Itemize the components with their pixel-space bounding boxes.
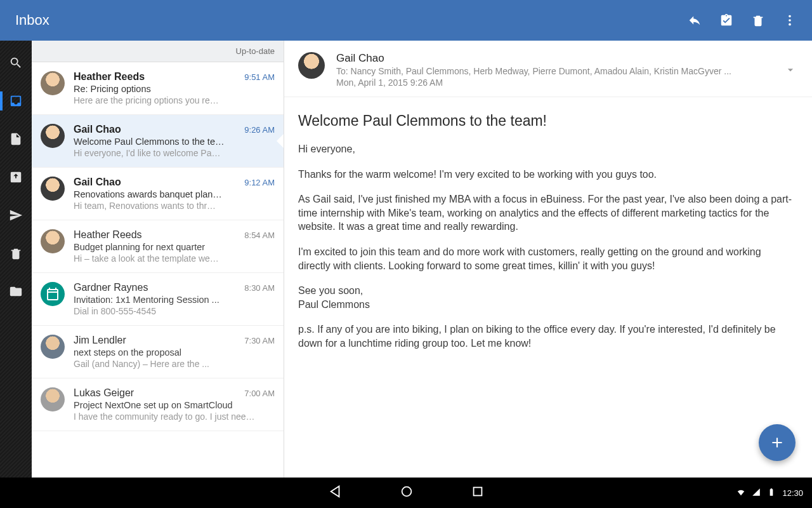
message-row[interactable]: Gail Chao9:12 AMRenovations awards banqu…	[32, 168, 284, 220]
rail-sent[interactable]	[0, 206, 32, 225]
message-header: Gail Chao To: Nancy Smith, Paul Clemmons…	[284, 41, 812, 97]
nav-back-icon[interactable]	[329, 485, 343, 501]
message-preview: Gail (and Nancy) – Here are the ...	[74, 359, 275, 369]
body-paragraph: I'm excited to join this team and do mor…	[298, 245, 794, 272]
message-sender: Lukas Geiger	[74, 387, 239, 399]
body-paragraph: As Gail said, I've just finished my MBA …	[298, 192, 794, 234]
reading-pane: Gail Chao To: Nancy Smith, Paul Clemmons…	[284, 41, 812, 478]
rail-folders[interactable]	[0, 282, 32, 301]
message-preview: Hi team, Renovations wants to thr…	[74, 201, 275, 211]
message-subject: Invitation: 1x1 Mentoring Session ...	[74, 295, 275, 305]
avatar	[41, 124, 65, 148]
message-subject: Project NextOne set up on SmartCloud	[74, 400, 275, 410]
message-sender: Gail Chao	[74, 177, 239, 188]
svg-point-2	[789, 23, 791, 26]
message-list[interactable]: Heather Reeds9:51 AMRe: Pricing optionsH…	[32, 62, 284, 478]
message-preview: I have the community ready to go. I just…	[74, 411, 275, 422]
reply-icon[interactable]	[688, 13, 702, 27]
message-sender: Heather Reeds	[74, 71, 239, 83]
app-bar: Inbox	[0, 0, 812, 41]
message-time: 9:26 AM	[244, 125, 275, 135]
sync-status: Up-to-date	[32, 41, 284, 62]
message-sender: Heather Reeds	[74, 229, 239, 241]
nav-home-icon[interactable]	[400, 485, 414, 501]
rail-drafts[interactable]	[0, 130, 32, 149]
expand-header-icon[interactable]	[783, 64, 798, 76]
wifi-icon	[737, 488, 745, 498]
message-subject: Welcome Paul Clemmons to the te…	[74, 137, 275, 147]
message-subject: Welcome Paul Clemmons to the team!	[298, 111, 794, 131]
avatar	[41, 387, 65, 411]
message-time: 8:54 AM	[244, 231, 275, 240]
avatar	[41, 335, 65, 359]
message-row[interactable]: Gail Chao9:26 AMWelcome Paul Clemmons to…	[32, 115, 284, 168]
message-date: Mon, April 1, 2015 9:26 AM	[336, 77, 742, 88]
delete-icon[interactable]	[751, 13, 765, 27]
message-time: 9:12 AM	[244, 178, 275, 187]
page-title: Inbox	[10, 12, 688, 29]
message-list-pane: Up-to-date Heather Reeds9:51 AMRe: Prici…	[32, 41, 284, 478]
appbar-actions	[688, 13, 802, 27]
rail-search[interactable]	[0, 53, 32, 72]
message-time: 7:00 AM	[244, 389, 275, 398]
message-body: Welcome Paul Clemmons to the team! Hi ev…	[284, 97, 812, 376]
message-subject: next steps on the proposal	[74, 347, 275, 358]
message-row[interactable]: Jim Lendler7:30 AMnext steps on the prop…	[32, 326, 284, 378]
message-subject: Re: Pricing options	[74, 84, 275, 94]
tasks-icon[interactable]	[719, 13, 733, 27]
battery-icon	[767, 488, 776, 498]
avatar	[41, 177, 65, 201]
message-row[interactable]: Gardner Raynes8:30 AMInvitation: 1x1 Men…	[32, 273, 284, 326]
message-row[interactable]: Lukas Geiger7:00 AMProject NextOne set u…	[32, 378, 284, 431]
message-preview: Dial in 800-555-4545	[74, 306, 275, 316]
rail-trash[interactable]	[0, 244, 32, 263]
clock-text: 12:30	[782, 488, 803, 498]
message-row[interactable]: Heather Reeds8:54 AMBudget planning for …	[32, 220, 284, 273]
body-paragraph: p.s. If any of you are into biking, I pl…	[298, 323, 794, 350]
sender-avatar	[298, 52, 325, 79]
compose-fab[interactable]	[759, 424, 796, 461]
svg-point-1	[789, 19, 791, 22]
svg-point-3	[402, 487, 411, 497]
nav-recent-icon[interactable]	[471, 485, 485, 501]
message-row[interactable]: Heather Reeds9:51 AMRe: Pricing optionsH…	[32, 62, 284, 115]
message-preview: Hi everyone, I'd like to welcome Pa…	[74, 148, 275, 158]
message-sender: Gail Chao	[74, 124, 239, 135]
body-paragraph: Hi everyone,	[298, 142, 794, 156]
message-subject: Budget planning for next quarter	[74, 242, 275, 252]
overflow-icon[interactable]	[783, 13, 797, 27]
message-from: Gail Chao	[336, 52, 783, 65]
system-navbar: 12:30	[0, 478, 812, 508]
message-time: 9:51 AM	[244, 72, 275, 82]
avatar	[41, 71, 65, 95]
message-preview: Here are the pricing options you re…	[74, 95, 275, 105]
signal-icon	[752, 488, 761, 498]
message-time: 7:30 AM	[244, 336, 275, 345]
message-sender: Jim Lendler	[74, 335, 239, 346]
body-paragraph: See you soon,Paul Clemmons	[298, 284, 794, 311]
svg-rect-4	[473, 488, 481, 496]
avatar	[41, 229, 65, 253]
svg-point-0	[789, 15, 791, 18]
message-preview: Hi – take a look at the template we…	[74, 253, 275, 264]
avatar	[41, 282, 65, 306]
message-to: To: Nancy Smith, Paul Clemmons, Herb Med…	[336, 66, 742, 76]
message-time: 8:30 AM	[244, 283, 275, 293]
message-sender: Gardner Raynes	[74, 282, 239, 293]
nav-rail	[0, 41, 32, 478]
rail-inbox[interactable]	[0, 91, 32, 110]
message-subject: Renovations awards banquet plan…	[74, 189, 275, 199]
rail-outbox[interactable]	[0, 168, 32, 187]
body-paragraph: Thanks for the warm welcome! I'm very ex…	[298, 168, 794, 182]
